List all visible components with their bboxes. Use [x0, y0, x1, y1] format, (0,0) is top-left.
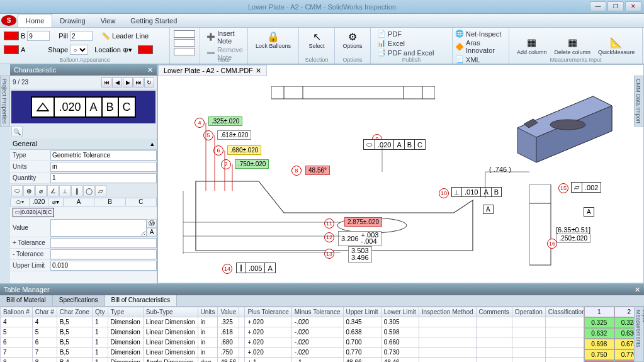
balloon-10[interactable]: 10 [439, 188, 449, 198]
options-button[interactable]: ⚙ Options [339, 29, 366, 50]
balloon-7[interactable]: 7 [221, 159, 231, 169]
tab-home[interactable]: Home [18, 14, 52, 27]
gtol-14[interactable]: ∥.005A [236, 263, 276, 273]
input-pill[interactable] [70, 31, 93, 41]
tab-bom[interactable]: Bill of Material [0, 295, 53, 306]
tab-getting-started[interactable]: Getting Started [123, 14, 184, 27]
table-row[interactable]: 55B,51DimensionLinear Dimensionin.618+.0… [1, 327, 584, 337]
type-input[interactable] [50, 150, 157, 161]
sym-7[interactable]: ◯ [83, 185, 94, 196]
balloon-12[interactable]: 12 [324, 232, 334, 242]
gtol-c-cell[interactable]: C [126, 198, 156, 206]
dim-7[interactable]: .750±.020 [235, 159, 269, 169]
sym-5[interactable]: ⟂ [59, 185, 71, 196]
balloon-14[interactable]: 14 [222, 264, 232, 274]
dim-8[interactable]: 48.56° [305, 166, 330, 175]
table-header[interactable]: Plus Tolerance [245, 307, 291, 317]
publish-netinspect[interactable]: 🌐Net-Inspect [453, 29, 505, 38]
gtol-val-cell[interactable]: .020 [30, 198, 48, 206]
publish-aras[interactable]: 🔶Aras Innovator [453, 38, 505, 55]
location-icon[interactable]: ⊕▾ [123, 46, 132, 54]
nav-next[interactable]: ▶ [123, 77, 133, 88]
sym-1[interactable]: ⬭ [11, 185, 23, 196]
gtol-10[interactable]: ⟂.010AB [451, 187, 502, 197]
table-header[interactable]: Minus Tolerance [291, 307, 343, 317]
balloon-11[interactable]: 11 [324, 218, 334, 229]
plus-tol-input[interactable] [50, 238, 157, 248]
sym-2[interactable]: ⊕ [23, 185, 35, 196]
table-header[interactable]: Inspection Method [419, 307, 476, 317]
value-btn-1[interactable]: Ⓜ [147, 219, 157, 228]
publish-pdf-excel[interactable]: 📑PDF and Excel [375, 48, 448, 57]
gtol-b-cell[interactable]: B [94, 198, 125, 206]
note-style-2[interactable] [174, 39, 195, 47]
table-header[interactable]: Comments [476, 307, 512, 317]
shape-select[interactable]: ○ [70, 45, 88, 55]
dim-6[interactable]: .680±.020 [227, 145, 261, 155]
app-logo[interactable]: S [1, 15, 16, 26]
table-header[interactable]: Balloon # [1, 307, 33, 317]
nav-prev[interactable]: ◀ [112, 77, 122, 88]
input-b[interactable] [27, 31, 50, 41]
sym-4[interactable]: ∠ [47, 185, 59, 196]
note-style-1[interactable] [174, 30, 195, 38]
value-btn-2[interactable]: A [147, 228, 157, 237]
table-row[interactable]: 77B,51DimensionLinear Dimensionin.750+.0… [1, 348, 584, 358]
general-header[interactable]: General▴ [10, 139, 157, 150]
side-tab-cmm-import[interactable]: CMM Data Import [634, 76, 644, 127]
minimize-button[interactable]: — [590, 1, 606, 11]
gtol-9[interactable]: ⬭.020ABC [363, 139, 426, 150]
dim-13[interactable]: 3.5033.496 [348, 246, 372, 263]
table-header[interactable]: Char Zone [57, 307, 92, 317]
publish-xml[interactable]: 📃XML [453, 55, 505, 64]
insert-note-button[interactable]: ➕Insert Note [204, 29, 244, 45]
nav-last[interactable]: ⏭ [133, 77, 144, 88]
select-button[interactable]: ↖ Select [303, 29, 330, 50]
leader-line-button[interactable]: Leader Line [112, 32, 149, 40]
table-header[interactable]: Units [198, 307, 218, 317]
upper-limit-input[interactable] [50, 261, 157, 271]
table-row[interactable]: 66B,51DimensionLinear Dimensionin.680+.0… [1, 337, 584, 348]
dim-12[interactable]: 3.206+.003-.004 [338, 231, 381, 246]
balloon-6[interactable]: 6 [213, 145, 223, 156]
panel-close-icon[interactable]: ✕ [147, 66, 153, 74]
value-textarea[interactable] [50, 219, 147, 237]
dim-11[interactable]: 2.875±.020 [344, 217, 382, 227]
note-style-3[interactable] [174, 48, 195, 55]
minus-tol-input[interactable] [50, 249, 157, 259]
sym-6[interactable]: ∥ [71, 185, 82, 196]
balloon-8[interactable]: 8 [291, 166, 302, 176]
maximize-button[interactable]: ❐ [607, 1, 624, 11]
balloon-5[interactable]: 5 [203, 130, 213, 140]
table-row[interactable]: 88B,41DimensionAngle Dimensiondeg48.56+.… [1, 358, 584, 363]
table-header[interactable]: Char # [32, 307, 57, 317]
table-header[interactable]: Sub-Type [143, 307, 198, 317]
zoom-tool[interactable]: 🔍 [11, 126, 23, 137]
table-header[interactable] [239, 307, 245, 317]
tm-close-icon[interactable]: ✕ [635, 286, 640, 294]
side-tab-project-properties[interactable]: Project Properties [0, 76, 10, 127]
tab-boc[interactable]: Bill of Characteristics [105, 295, 177, 306]
table-header[interactable]: Classification [545, 307, 584, 317]
dim-4[interactable]: .325±.020 [208, 116, 242, 126]
publish-pdf[interactable]: 📄PDF [375, 29, 448, 38]
gtol-mod-cell[interactable]: ⌀▾ [48, 198, 64, 206]
color-swatch-b[interactable] [4, 31, 19, 40]
characteristics-table[interactable]: Balloon #Char #Char ZoneQtyTypeSub-TypeU… [0, 307, 584, 362]
gtol-sym-cell[interactable]: ⬭▾ [11, 198, 30, 206]
dim-5[interactable]: .618±.020 [217, 130, 251, 140]
gtol-a-cell[interactable]: A [64, 198, 94, 206]
lock-balloons-button[interactable]: 🔒 Lock Balloons [252, 29, 295, 50]
balloon-4[interactable]: 4 [195, 118, 205, 128]
collapse-icon[interactable]: ▴ [150, 140, 154, 148]
table-header[interactable]: Qty [92, 307, 108, 317]
tab-drawing[interactable]: Drawing [52, 14, 93, 27]
balloon-15[interactable]: 15 [558, 183, 568, 193]
table-header[interactable]: Type [108, 307, 143, 317]
gtol-15[interactable]: ▱.002 [571, 182, 601, 193]
sym-8[interactable]: ▱ [95, 185, 106, 196]
table-header[interactable]: Lower Limit [381, 307, 419, 317]
table-row[interactable]: 44B,51DimensionLinear Dimensionin.325+.0… [1, 317, 584, 327]
close-button[interactable]: ✕ [625, 1, 641, 11]
publish-excel[interactable]: 📊Excel [375, 38, 448, 48]
